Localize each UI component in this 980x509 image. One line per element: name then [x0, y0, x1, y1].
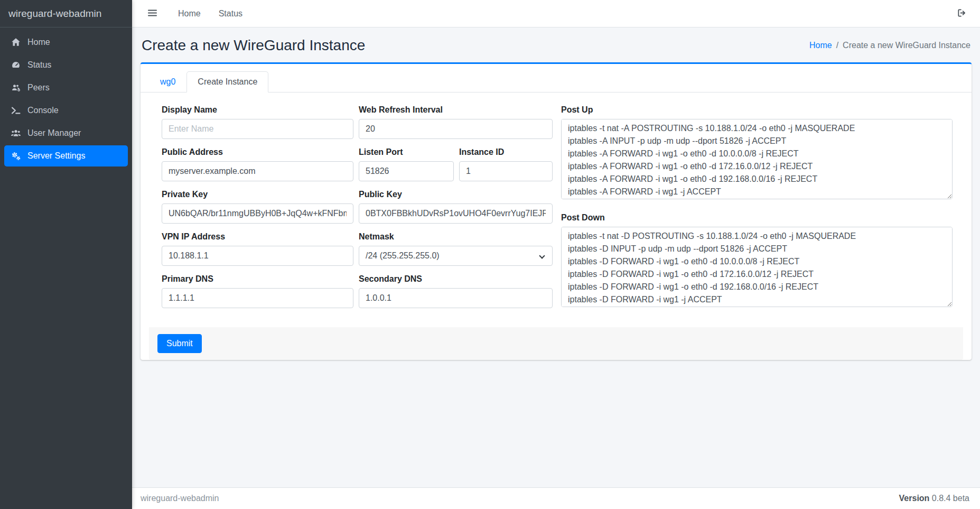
public-key-input[interactable] [359, 203, 553, 224]
submit-button[interactable]: Submit [157, 334, 202, 353]
card-tabs: wg0 Create Instance [141, 64, 972, 92]
instance-id-input[interactable] [459, 161, 553, 181]
sidebar-item-peers[interactable]: Peers [4, 77, 128, 98]
sidebar-item-home[interactable]: Home [4, 32, 128, 53]
page-footer: wireguard-webadmin Version 0.8.4 beta [132, 487, 980, 509]
sidebar-item-label: Status [27, 60, 51, 70]
users-gear-icon [7, 83, 24, 92]
display-name-input[interactable] [162, 119, 353, 139]
post-up-textarea[interactable]: iptables -t nat -A POSTROUTING -s 10.188… [561, 119, 953, 199]
vpn-ip-label: VPN IP Address [162, 232, 353, 242]
users-icon [7, 128, 24, 138]
vpn-ip-input[interactable] [162, 246, 353, 266]
sign-out-icon [957, 8, 966, 19]
sidebar-item-label: User Manager [27, 128, 81, 138]
secondary-dns-input[interactable] [359, 288, 553, 308]
instance-id-label: Instance ID [459, 147, 553, 157]
topnav-link-status[interactable]: Status [219, 9, 242, 18]
terminal-icon [7, 106, 24, 115]
instance-card: wg0 Create Instance Display Name Web Ref… [141, 62, 972, 360]
cogs-icon [7, 151, 24, 161]
web-refresh-interval-label: Web Refresh Interval [359, 105, 553, 115]
content-header: Create a new WireGuard Instance Home / C… [141, 27, 972, 59]
sidebar-item-server-settings[interactable]: Server Settings [4, 145, 128, 166]
sidebar-item-label: Peers [27, 83, 50, 92]
brand-title[interactable]: wireguard-webadmin [0, 0, 132, 27]
public-address-label: Public Address [162, 147, 353, 157]
main-area: Home Status Create a new WireGuard Insta… [132, 0, 980, 509]
sidebar-item-user-manager[interactable]: User Manager [4, 123, 128, 144]
netmask-label: Netmask [359, 232, 553, 242]
instance-form: Display Name Web Refresh Interval Public… [141, 92, 972, 327]
netmask-select[interactable]: /24 (255.255.255.0) [359, 246, 553, 266]
footer-version: Version 0.8.4 beta [899, 494, 969, 503]
bars-icon [148, 8, 157, 19]
form-right-pane: Post Up iptables -t nat -A POSTROUTING -… [561, 105, 953, 317]
post-up-label: Post Up [561, 105, 953, 115]
footer-version-label: Version [899, 494, 930, 503]
private-key-label: Private Key [162, 190, 353, 199]
post-down-textarea[interactable]: iptables -t nat -D POSTROUTING -s 10.188… [561, 227, 953, 307]
sidebar-item-console[interactable]: Console [4, 100, 128, 121]
footer-version-value: 0.8.4 beta [932, 494, 969, 503]
content-area: Create a new WireGuard Instance Home / C… [132, 27, 980, 487]
form-left-pane: Display Name Web Refresh Interval Public… [162, 105, 553, 317]
web-refresh-interval-input[interactable] [359, 119, 553, 139]
public-address-input[interactable] [162, 161, 353, 181]
breadcrumb: Home / Create a new WireGuard Instance [809, 41, 970, 50]
breadcrumb-home-link[interactable]: Home [809, 41, 832, 50]
public-key-label: Public Key [359, 190, 553, 199]
tab-wg0[interactable]: wg0 [149, 71, 186, 92]
sidebar-item-label: Home [27, 38, 50, 47]
listen-port-input[interactable] [359, 161, 454, 181]
display-name-label: Display Name [162, 105, 353, 115]
breadcrumb-separator: / [836, 41, 838, 50]
topnav-link-home[interactable]: Home [178, 9, 201, 18]
gauge-icon [7, 60, 24, 70]
menu-toggle-button[interactable] [145, 5, 160, 22]
secondary-dns-label: Secondary DNS [359, 274, 553, 284]
post-down-label: Post Down [561, 213, 953, 223]
form-footer: Submit [149, 327, 963, 360]
sidebar: wireguard-webadmin Home Status Peers Con… [0, 0, 132, 509]
sidebar-item-status[interactable]: Status [4, 54, 128, 76]
footer-brand: wireguard-webadmin [141, 494, 219, 503]
private-key-input[interactable] [162, 203, 353, 224]
primary-dns-label: Primary DNS [162, 274, 353, 284]
page-title: Create a new WireGuard Instance [142, 37, 365, 54]
listen-port-label: Listen Port [359, 147, 454, 157]
primary-dns-input[interactable] [162, 288, 353, 308]
breadcrumb-current: Create a new WireGuard Instance [843, 41, 970, 50]
sidebar-item-label: Console [27, 106, 59, 115]
sidebar-nav: Home Status Peers Console User Manager [0, 27, 132, 172]
sidebar-item-label: Server Settings [27, 151, 85, 161]
tab-create-instance[interactable]: Create Instance [186, 71, 268, 92]
house-icon [7, 38, 24, 47]
top-navbar: Home Status [132, 0, 980, 27]
logout-button[interactable] [954, 5, 969, 22]
